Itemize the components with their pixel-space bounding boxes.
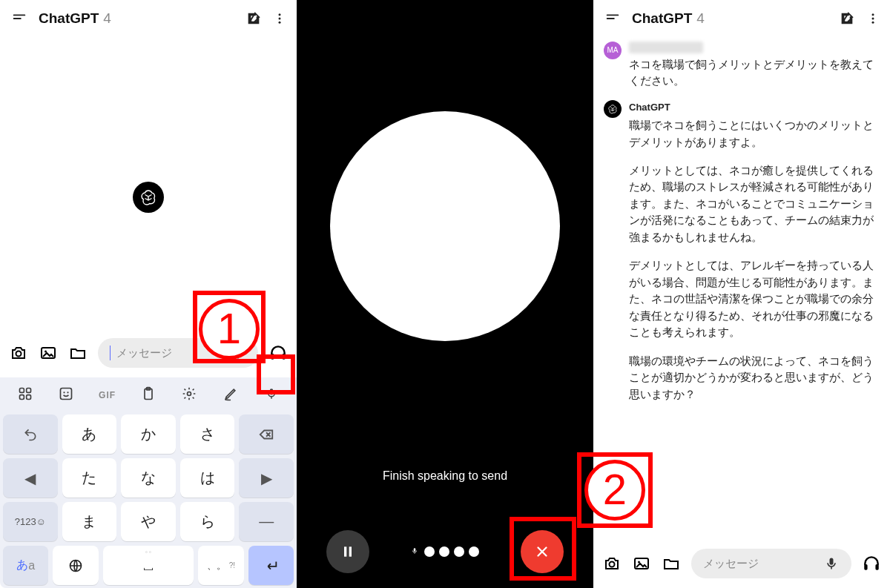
svg-rect-23: [414, 548, 416, 552]
image-icon[interactable]: [39, 343, 58, 363]
more-icon[interactable]: [273, 10, 286, 27]
composer-row: メッセージ: [593, 544, 890, 584]
camera-icon[interactable]: [9, 343, 28, 363]
key-backspace[interactable]: [239, 414, 294, 454]
svg-rect-8: [282, 354, 285, 360]
mic-icon[interactable]: [228, 343, 248, 363]
svg-rect-12: [26, 394, 30, 399]
svg-rect-19: [270, 389, 274, 394]
key-a[interactable]: あ: [62, 414, 117, 454]
key-space[interactable]: ⎵: [103, 546, 194, 585]
key-numeric[interactable]: ?123 ☺: [3, 502, 58, 541]
voice-status-text: Finish speaking to send: [297, 469, 593, 483]
svg-rect-13: [61, 388, 72, 399]
svg-point-27: [610, 562, 615, 567]
key-punct[interactable]: 、。?!: [198, 546, 243, 585]
svg-point-25: [872, 18, 874, 20]
svg-point-0: [279, 13, 281, 16]
message-input[interactable]: メッセージ: [691, 549, 851, 578]
kb-sticker-icon[interactable]: [51, 386, 81, 405]
screen-chat-response: ChatGPT 4 MA ネコを職場で飼うメリットとデメリットを教えてください。: [593, 0, 890, 588]
screen-empty-chat: ChatGPT 4: [0, 0, 297, 588]
svg-rect-32: [875, 564, 878, 570]
user-text: ネコを職場で飼うメリットとデメリットを教えてください。: [629, 56, 880, 90]
camera-icon[interactable]: [602, 554, 622, 573]
folder-icon[interactable]: [662, 554, 681, 573]
voice-visualizer: [330, 111, 560, 341]
svg-rect-10: [26, 388, 30, 392]
compose-icon[interactable]: [838, 10, 856, 27]
headphones-icon[interactable]: [862, 554, 881, 573]
more-icon[interactable]: [866, 10, 880, 27]
key-left[interactable]: ◀: [3, 458, 58, 498]
menu-icon[interactable]: [604, 10, 622, 27]
svg-rect-11: [19, 394, 24, 399]
svg-point-14: [64, 392, 65, 393]
message-placeholder: メッセージ: [703, 557, 759, 571]
mic-mini-icon: [411, 546, 418, 558]
svg-rect-6: [237, 348, 240, 354]
key-globe[interactable]: [53, 546, 98, 585]
pause-button[interactable]: [326, 530, 369, 573]
topbar: ChatGPT 4: [593, 0, 890, 37]
key-ta[interactable]: た: [62, 458, 117, 498]
key-ra[interactable]: ら: [180, 502, 235, 541]
user-avatar: MA: [604, 42, 622, 59]
chat-thread[interactable]: MA ネコを職場で飼うメリットとデメリットを教えてください。 ChatGPT 職…: [593, 37, 890, 588]
menu-icon[interactable]: [10, 10, 28, 27]
key-undo[interactable]: [3, 414, 58, 454]
kb-settings-icon[interactable]: [174, 386, 204, 405]
key-dash[interactable]: —: [239, 502, 294, 541]
topbar: ChatGPT 4: [0, 0, 297, 37]
key-mode[interactable]: あa: [3, 546, 48, 585]
kb-pen-icon[interactable]: [216, 386, 245, 405]
svg-rect-31: [864, 564, 867, 570]
title-text: ChatGPT: [39, 10, 99, 27]
text-cursor: [110, 346, 111, 360]
svg-rect-9: [19, 388, 24, 392]
mic-icon[interactable]: [822, 554, 841, 573]
key-enter[interactable]: [248, 546, 294, 585]
message-input[interactable]: メッセージ: [98, 338, 258, 368]
key-na[interactable]: な: [121, 458, 176, 498]
app-title[interactable]: ChatGPT 4: [632, 10, 828, 27]
svg-point-1: [279, 18, 281, 20]
key-right[interactable]: ▶: [239, 458, 294, 498]
svg-point-2: [279, 22, 281, 24]
screen-voice-mode: Finish speaking to send: [297, 0, 593, 588]
app-title[interactable]: ChatGPT 4: [39, 10, 234, 27]
assistant-message: ChatGPT 職場でネコを飼うことにはいくつかのメリットとデメリットがあります…: [604, 100, 880, 414]
assistant-para-1: 職場でネコを飼うことにはいくつかのメリットとデメリットがありますよ。: [629, 117, 880, 151]
assistant-para-2: メリットとしては、ネコが癒しを提供してくれるため、職場のストレスが軽減される可能…: [629, 162, 880, 245]
soft-keyboard[interactable]: GIF あ: [0, 377, 297, 588]
key-sa[interactable]: さ: [180, 414, 235, 454]
svg-point-24: [872, 13, 874, 16]
message-placeholder: メッセージ: [116, 346, 172, 360]
image-icon[interactable]: [632, 554, 651, 573]
chatgpt-logo-icon: [133, 182, 164, 213]
title-version: 4: [103, 10, 111, 27]
key-ya[interactable]: や: [121, 502, 176, 541]
keyboard-toolbar: GIF: [0, 377, 297, 413]
title-text: ChatGPT: [632, 10, 692, 27]
folder-icon[interactable]: [68, 343, 88, 363]
compose-icon[interactable]: [245, 10, 263, 27]
key-ha[interactable]: は: [180, 458, 235, 498]
close-voice-button[interactable]: [521, 530, 564, 573]
kb-mic-icon[interactable]: [257, 387, 286, 404]
svg-rect-30: [830, 558, 834, 565]
headphones-icon[interactable]: [268, 343, 288, 363]
kb-clipboard-icon[interactable]: [134, 386, 163, 405]
user-name-redacted: [629, 42, 703, 53]
voice-controls: [297, 530, 593, 573]
kb-gif-icon[interactable]: GIF: [93, 390, 122, 400]
svg-rect-22: [349, 546, 352, 556]
assistant-para-4: 職場の環境やチームの状況によって、ネコを飼うことが適切かどうかが変わると思います…: [629, 353, 880, 403]
key-ka[interactable]: か: [121, 414, 176, 454]
voice-level-indicator: [411, 546, 479, 558]
assistant-avatar-icon: [604, 100, 622, 118]
kb-grid-icon[interactable]: [10, 386, 40, 405]
svg-point-3: [16, 351, 22, 357]
composer-row: メッセージ: [0, 333, 297, 373]
key-ma[interactable]: ま: [62, 502, 117, 541]
